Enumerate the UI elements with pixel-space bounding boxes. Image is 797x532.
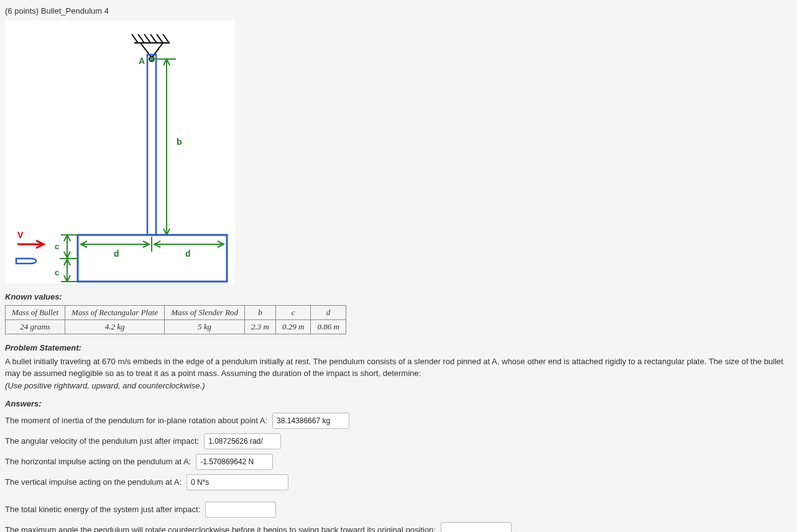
answer-text: The horizontal impulse acting on the pen… (5, 457, 191, 466)
answer-text: The maximum angle the pendulum will rota… (5, 525, 436, 532)
svg-line-5 (157, 34, 163, 43)
problem-statement-note: (Use positive rightward, upward, and cou… (5, 381, 792, 390)
cell: 0.86 m (311, 320, 346, 334)
label-d-left: d (114, 249, 119, 259)
answer-line: The vertical impulse acting on the pendu… (5, 474, 792, 490)
svg-point-7 (149, 57, 154, 62)
answer-input-moment-inertia[interactable] (272, 413, 349, 429)
answer-text: The moment of inertia of the pendulum fo… (5, 416, 267, 425)
answers-label: Answers: (5, 399, 792, 408)
svg-line-3 (144, 34, 150, 43)
answer-input-vertical-impulse[interactable] (187, 474, 288, 490)
table-row: 24 grams 4.2 kg 5 kg 2.3 m 0.29 m 0.86 m (6, 320, 346, 334)
answer-text: The total kinetic energy of the system j… (5, 505, 200, 514)
cell: 0.29 m (275, 320, 310, 334)
label-d-right: d (185, 249, 191, 259)
col-header: b (245, 306, 276, 320)
table-header-row: Mass of Bullet Mass of Rectangular Plate… (6, 306, 346, 320)
answer-line: The angular velocity of the pendulum jus… (5, 433, 792, 449)
answer-line: The moment of inertia of the pendulum fo… (5, 413, 792, 429)
label-c-top: c (55, 242, 59, 251)
col-header: Mass of Bullet (6, 306, 65, 320)
known-values-label: Known values: (5, 292, 792, 301)
col-header: d (311, 306, 346, 320)
answer-line: The maximum angle the pendulum will rota… (5, 522, 792, 532)
svg-rect-8 (147, 55, 156, 235)
answer-input-horizontal-impulse[interactable] (196, 454, 273, 470)
cell: 4.2 kg (65, 320, 165, 334)
svg-line-6 (163, 34, 169, 43)
label-V: V (17, 230, 24, 240)
label-c-bot: c (55, 268, 59, 277)
answer-input-max-angle[interactable] (441, 522, 512, 532)
diagram: A b (5, 21, 235, 283)
points-prefix: (6 points) (5, 6, 41, 16)
known-values-table: Mass of Bullet Mass of Rectangular Plate… (5, 305, 346, 334)
answer-text: The vertical impulse acting on the pendu… (5, 477, 182, 487)
svg-line-2 (138, 34, 144, 43)
col-header: c (275, 306, 310, 320)
answer-input-kinetic-energy[interactable] (205, 502, 276, 518)
answer-line: The horizontal impulse acting on the pen… (5, 454, 792, 470)
answer-input-angular-velocity[interactable] (204, 433, 281, 449)
col-header: Mass of Slender Rod (165, 306, 245, 320)
col-header: Mass of Rectangular Plate (65, 306, 165, 320)
answer-line: The total kinetic energy of the system j… (5, 502, 792, 518)
problem-title: (6 points) Bullet_Pendulum 4 (5, 6, 792, 16)
problem-statement-text: A bullet initially traveling at 670 m/s … (5, 356, 792, 380)
cell: 2.3 m (245, 320, 276, 334)
problem-statement-label: Problem Statement: (5, 343, 792, 352)
svg-line-4 (150, 34, 157, 43)
cell: 24 grams (6, 320, 65, 334)
label-b: b (177, 137, 182, 147)
answer-text: The angular velocity of the pendulum jus… (5, 436, 199, 446)
label-A: A (139, 56, 145, 66)
cell: 5 kg (165, 320, 245, 334)
title-text: Bullet_Pendulum 4 (41, 6, 109, 16)
svg-line-1 (132, 34, 138, 43)
